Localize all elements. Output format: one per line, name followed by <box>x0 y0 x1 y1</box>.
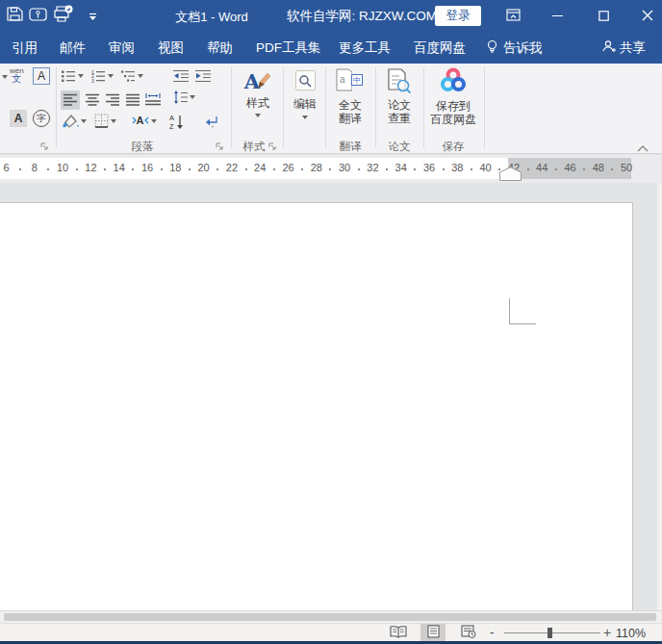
ruler-number: 18 <box>169 162 181 173</box>
font-dialog-launcher[interactable] <box>40 138 49 155</box>
sort-button[interactable]: AZ <box>169 114 184 129</box>
ribbon-display-options-icon <box>506 8 521 25</box>
paper-line2: 查重 <box>388 112 411 125</box>
translate-line2: 翻译 <box>339 112 362 125</box>
align-center-button[interactable] <box>83 90 102 110</box>
close-button[interactable] <box>631 0 662 32</box>
ruler-number: 14 <box>114 162 125 173</box>
bullets-caret-icon <box>78 74 84 78</box>
find-icon <box>295 70 316 90</box>
tab-view[interactable]: 视图 <box>158 39 184 57</box>
distribute-button[interactable] <box>143 90 163 110</box>
share-button[interactable]: 共享 <box>601 39 646 57</box>
character-border-icon: A <box>33 67 50 85</box>
save-line2: 百度网盘 <box>430 113 476 126</box>
line-spacing-button[interactable] <box>173 90 195 104</box>
share-label: 共享 <box>620 39 646 57</box>
full-text-translate-button[interactable]: a 中 全文 翻译 <box>327 67 373 125</box>
enclose-characters-button[interactable]: 字 <box>33 110 50 127</box>
tab-pdf-tools[interactable]: PDF工具集 <box>256 39 321 57</box>
ruler-tick <box>611 168 613 170</box>
zoom-out-button[interactable]: - <box>490 625 495 640</box>
customize-qat-button[interactable] <box>81 4 104 28</box>
login-button[interactable]: 登录 <box>435 6 481 26</box>
horizontal-scrollbar[interactable] <box>0 610 662 623</box>
align-right-button[interactable] <box>103 90 122 110</box>
ruler-tick <box>216 168 218 170</box>
align-left-button[interactable] <box>61 90 80 110</box>
tab-mailings[interactable]: 邮件 <box>60 39 86 57</box>
collapse-ribbon-button[interactable] <box>637 139 649 156</box>
ribbon-tab-row: 引用 邮件 审阅 视图 帮助 PDF工具集 更多工具 百度网盘 告诉我 共享 <box>0 32 662 64</box>
title-bar: 文档1 - Word 软件自学网: RJZXW.COM 登录 <box>0 0 662 32</box>
ruler-tick <box>527 168 529 170</box>
ruler-number: 28 <box>311 162 322 173</box>
zoom-level[interactable]: 110% <box>616 627 646 640</box>
paper-check-button[interactable]: 论文 查重 <box>376 67 422 125</box>
print-layout-button[interactable] <box>420 624 446 642</box>
multilevel-list-button[interactable] <box>121 69 143 83</box>
ruler-tick <box>555 168 557 170</box>
horizontal-scrollbar-thumb[interactable] <box>4 613 656 621</box>
phonetic-guide-button[interactable]: wén 文 <box>10 67 24 83</box>
save-to-baidu-button[interactable]: 保存到 百度网盘 <box>424 67 482 126</box>
character-shading-button[interactable]: A <box>10 110 27 127</box>
bullets-button[interactable] <box>62 69 84 83</box>
borders-button[interactable] <box>94 114 116 128</box>
zoom-slider-handle[interactable] <box>547 628 552 638</box>
justify-button[interactable] <box>123 90 142 110</box>
ruler-number: 6 <box>3 162 9 173</box>
asian-layout-button[interactable]: A <box>132 114 157 128</box>
touch-mode-icon <box>29 7 47 26</box>
ruler-number: 36 <box>423 162 435 173</box>
tab-review[interactable]: 审阅 <box>109 39 135 57</box>
tab-baidu-pan[interactable]: 百度网盘 <box>414 39 466 57</box>
ribbon-display-options-button[interactable] <box>496 0 529 32</box>
group-divider <box>283 67 284 148</box>
editing-button[interactable]: 编辑 <box>286 67 324 119</box>
numbering-button[interactable]: 123 <box>91 69 114 83</box>
read-mode-button[interactable] <box>386 624 411 642</box>
maximize-button[interactable] <box>587 0 620 32</box>
margin-crop-mark-vertical <box>509 298 510 324</box>
save-button[interactable] <box>3 4 26 28</box>
ruler-number: 16 <box>141 162 153 173</box>
ruler-tick <box>358 168 360 170</box>
ruler-number: 32 <box>367 162 378 173</box>
character-border-button[interactable]: A <box>33 67 50 85</box>
decrease-indent-button[interactable] <box>173 69 189 83</box>
vertical-scrollbar[interactable] <box>657 183 662 610</box>
minimize-button[interactable] <box>541 0 573 32</box>
tell-me-box[interactable]: 告诉我 <box>486 39 543 57</box>
zoom-slider-track[interactable] <box>504 632 600 633</box>
styles-dialog-launcher[interactable] <box>268 138 277 155</box>
increase-indent-button[interactable] <box>195 69 211 83</box>
ruler-tick <box>273 168 275 170</box>
borders-caret-icon <box>111 119 116 123</box>
show-marks-button[interactable] <box>204 116 218 128</box>
document-page[interactable] <box>0 202 633 610</box>
zoom-in-button[interactable]: + <box>603 625 611 640</box>
print-preview-button[interactable] <box>52 4 75 28</box>
svg-text:Z: Z <box>169 122 174 130</box>
tab-help[interactable]: 帮助 <box>207 39 233 57</box>
enclose-characters-icon: 字 <box>33 110 50 127</box>
tab-more-tools[interactable]: 更多工具 <box>339 39 391 57</box>
web-layout-icon <box>461 625 476 642</box>
ruler-number: 10 <box>57 162 68 173</box>
maximize-icon <box>598 8 609 25</box>
web-layout-button[interactable] <box>456 624 481 642</box>
shading-button[interactable] <box>62 114 87 129</box>
paragraph-dialog-launcher[interactable] <box>216 138 224 155</box>
tab-references[interactable]: 引用 <box>12 39 38 57</box>
ruler: 6810121416182022242628303234363840424446… <box>0 155 662 183</box>
styles-button[interactable]: A 样式 <box>234 67 282 117</box>
document-area[interactable] <box>0 183 662 610</box>
touch-mode-button[interactable] <box>26 4 49 28</box>
font-combo-caret-icon[interactable] <box>2 75 8 79</box>
translate-icon: a 中 <box>336 67 365 94</box>
ruler-number: 48 <box>593 162 604 173</box>
ruler-strip[interactable]: 6810121416182022242628303234363840424446… <box>0 158 631 179</box>
customize-qat-icon <box>89 8 97 25</box>
ruler-tick <box>76 168 78 170</box>
